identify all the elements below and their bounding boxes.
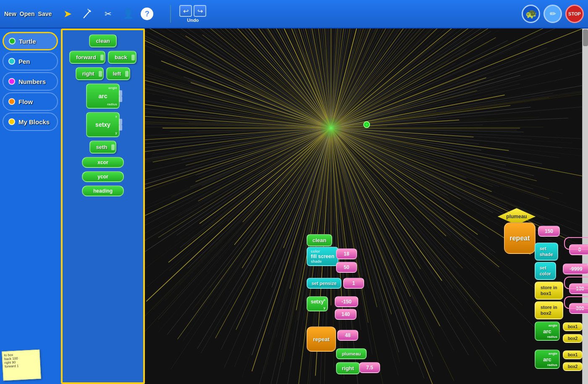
forward-block[interactable]: forward bbox=[69, 51, 105, 64]
wand-tool-icon[interactable] bbox=[80, 6, 95, 21]
canvas-setcolor-block[interactable]: setcolor bbox=[535, 262, 556, 280]
blocks-palette: clean forward back right left bbox=[61, 29, 145, 384]
myblocks-dot-indicator bbox=[8, 118, 15, 125]
canvas-storebox2-block[interactable]: store inbox2 bbox=[535, 301, 563, 319]
clean-block[interactable]: clean bbox=[89, 34, 116, 47]
arc2-box1-val[interactable]: box1 bbox=[563, 350, 583, 359]
canvas-fillscreen-block[interactable]: color fill screen shade bbox=[307, 247, 339, 266]
svg-line-0 bbox=[84, 11, 89, 18]
fillscreen-color-val[interactable]: 18 bbox=[336, 248, 357, 259]
setcolor-val[interactable]: -9999 bbox=[563, 264, 588, 274]
random1-container bbox=[564, 237, 588, 250]
pen-dot-indicator bbox=[8, 58, 15, 65]
main-area: Turtle Pen Numbers Flow My Blocks to box… bbox=[0, 29, 588, 384]
forward-back-row: forward back bbox=[69, 51, 136, 64]
new-menu-item[interactable]: New bbox=[4, 10, 16, 17]
canvas-clean-block[interactable]: clean bbox=[307, 234, 332, 246]
toolbar-tools: ➤ ✂ 👤 ? bbox=[60, 6, 153, 21]
canvas-setpensize-block[interactable]: set pensize bbox=[307, 278, 341, 289]
repeat-val[interactable]: 48 bbox=[337, 330, 358, 341]
drawing-surface bbox=[145, 29, 588, 384]
ycor-reporter[interactable]: ycor bbox=[82, 171, 124, 182]
turtle-dot-indicator bbox=[9, 38, 16, 44]
canvas-right1-block[interactable]: right bbox=[336, 362, 360, 374]
undo-label: Undo bbox=[187, 18, 199, 23]
open-menu-item[interactable]: Open bbox=[20, 10, 35, 17]
back-block[interactable]: back bbox=[108, 51, 136, 64]
canvas-arc2-block[interactable]: angle arc radius bbox=[535, 350, 560, 369]
canvas-repeat-block[interactable]: repeat bbox=[307, 327, 336, 352]
arc1-box1-val[interactable]: box1 bbox=[563, 322, 583, 331]
right1-val[interactable]: 7.5 bbox=[359, 362, 380, 373]
svg-line-2 bbox=[88, 9, 89, 10]
arrow-tool-icon[interactable]: ➤ bbox=[60, 6, 75, 21]
right-block[interactable]: right bbox=[76, 67, 104, 80]
repeat2-val[interactable]: 150 bbox=[538, 226, 560, 237]
seth-block[interactable]: seth bbox=[89, 141, 117, 154]
turtle-icon[interactable]: 🐢 bbox=[522, 5, 540, 23]
canvas-arc1-block[interactable]: angle arc radius bbox=[535, 321, 560, 341]
scissors-icon[interactable]: ✂ bbox=[100, 6, 116, 21]
sidebar-item-pen[interactable]: Pen bbox=[3, 52, 58, 71]
sidebar-item-myblocks[interactable]: My Blocks bbox=[3, 112, 58, 131]
toolbar: New Open Save ➤ ✂ 👤 ? ↩ ↪ Undo 🐢 ✏ STOP bbox=[0, 0, 588, 29]
canvas-storebox1-block[interactable]: store inbox1 bbox=[535, 282, 563, 300]
canvas-plumeau1-block[interactable]: plumeau bbox=[336, 348, 367, 359]
arc2-box2-val[interactable]: box2 bbox=[563, 362, 583, 371]
xcor-reporter[interactable]: xcor bbox=[82, 157, 124, 168]
stop-button[interactable]: STOP bbox=[565, 5, 584, 23]
sidebar-item-flow[interactable]: Flow bbox=[3, 92, 58, 111]
turtle-cursor bbox=[363, 121, 370, 128]
canvas-repeat2-block[interactable]: repeat bbox=[504, 222, 536, 254]
random2-container bbox=[564, 277, 588, 289]
heading-reporter[interactable]: heading bbox=[82, 185, 124, 196]
sidebar-item-turtle[interactable]: Turtle bbox=[3, 32, 58, 50]
setxy-x-val[interactable]: -150 bbox=[335, 296, 358, 307]
eraser-icon[interactable]: ✏ bbox=[543, 5, 562, 23]
setpensize-val[interactable]: 1 bbox=[343, 278, 364, 289]
canvas-setxy-block[interactable]: x setxy y bbox=[307, 296, 328, 311]
left-block[interactable]: left bbox=[106, 67, 131, 80]
copy-icon[interactable]: 👤 bbox=[121, 6, 136, 21]
numbers-dot-indicator bbox=[8, 78, 15, 85]
note-paper: to boxback 100right 90forward 1 bbox=[2, 350, 41, 381]
undo-section: ↩ ↪ Undo bbox=[170, 5, 206, 23]
sidebar: Turtle Pen Numbers Flow My Blocks to box… bbox=[0, 29, 61, 384]
fillscreen-shade-val[interactable]: 50 bbox=[336, 262, 357, 273]
menu-bar: New Open Save bbox=[4, 10, 52, 17]
arc1-box2-val[interactable]: box2 bbox=[563, 334, 583, 343]
arc-block[interactable]: angle arc radius bbox=[86, 84, 120, 109]
random3-container bbox=[564, 296, 588, 309]
sidebar-item-numbers[interactable]: Numbers bbox=[3, 72, 58, 91]
scrollbar-thumb[interactable] bbox=[583, 29, 588, 46]
save-menu-item[interactable]: Save bbox=[38, 10, 52, 17]
help-icon[interactable]: ? bbox=[141, 8, 153, 20]
undo-back-button[interactable]: ↩ bbox=[179, 5, 192, 17]
toolbar-right: 🐢 ✏ STOP bbox=[522, 5, 584, 23]
undo-forward-button[interactable]: ↪ bbox=[194, 5, 206, 17]
canvas-area[interactable]: clean color fill screen shade 18 50 set … bbox=[145, 29, 588, 384]
flow-dot-indicator bbox=[8, 98, 15, 105]
canvas-setshade-block[interactable]: setshade bbox=[535, 243, 558, 261]
canvas-scrollbar[interactable] bbox=[582, 29, 588, 384]
setxy-y-val[interactable]: 140 bbox=[335, 309, 357, 320]
setxy-block[interactable]: x setxy y bbox=[86, 112, 120, 137]
right-left-row: right left bbox=[76, 67, 130, 80]
